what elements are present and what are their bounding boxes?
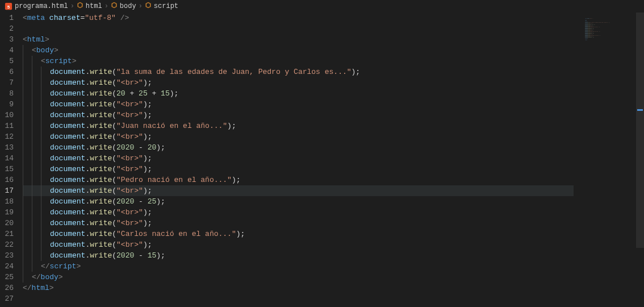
code-line[interactable]: document.write(2020 - 15); [23,250,644,261]
indent-guide [23,175,32,185]
code-line[interactable]: document.write("<br>"); [23,153,644,164]
code-line[interactable]: document.write("<br>"); [23,218,644,229]
code-line[interactable]: <meta charset="utf-8" /> [23,13,644,23]
indent-guide [23,142,32,153]
line-number: 12 [0,131,14,142]
token-bracket: > [58,272,63,283]
line-number: 2 [0,23,14,34]
breadcrumb-item-script[interactable]: script [145,2,178,11]
token-punc: ( [112,185,116,196]
code-line[interactable]: document.write("<br>"); [23,207,644,218]
token-tag: html [27,34,45,45]
token-punc: . [85,250,90,261]
token-func: write [90,185,112,196]
cube-icon [77,2,83,11]
indent-guide [23,164,32,175]
indent-guide [23,99,32,110]
code-line[interactable]: document.write("<br>"); [23,239,644,250]
line-number: 11 [0,121,14,131]
code-line[interactable] [23,293,644,304]
token-punc: + [148,88,161,99]
token-punc: ( [112,229,116,239]
breadcrumb-label: script [154,2,178,10]
token-punc: ); [170,88,179,99]
token-func: write [90,250,112,261]
code-line[interactable]: document.write("la suma de las edades de… [23,67,644,77]
line-number: 13 [0,142,14,153]
token-attr: charset [49,13,81,23]
token-var: document [50,67,85,77]
breadcrumb-item-html[interactable]: html [77,2,102,11]
indent-guide [41,207,50,218]
vertical-scrollbar[interactable] [636,13,644,307]
line-number: 26 [0,283,14,293]
line-number: 1 [0,13,14,23]
token-bracket: </ [32,272,41,283]
token-bracket: < [41,56,45,67]
token-punc: ( [112,153,116,164]
scrollbar-thumb[interactable] [636,13,644,248]
token-num: 2020 [116,250,134,261]
code-line[interactable]: <html> [23,34,644,45]
indent-guide [41,121,50,131]
code-line[interactable]: <script> [23,56,644,67]
token-var: document [50,196,85,207]
code-line[interactable] [23,23,644,34]
code-line[interactable]: </html> [23,283,644,293]
token-var: document [50,99,85,110]
line-number: 19 [0,207,14,218]
code-line[interactable]: document.write("<br>"); [23,110,644,121]
token-punc: . [85,153,90,164]
line-number: 17 [0,185,14,196]
line-number: 25 [0,272,14,283]
indent-guide [23,229,32,239]
code-line[interactable]: document.write("<br>"); [23,131,644,142]
indent-guide [32,110,41,121]
line-number-gutter: 1234567891011121314151617181920212223242… [0,13,23,307]
token-punc: ( [112,250,116,261]
token-string: "Pedro nació en el año..." [116,175,232,185]
token-punc: ( [112,175,116,185]
code-line[interactable]: </body> [23,272,644,283]
token-punc: ); [143,164,152,175]
minimap[interactable]: <meta charset="utf-8" /><html><body><scr… [574,13,636,307]
line-number: 10 [0,110,14,121]
code-line[interactable]: </script> [23,261,644,272]
code-line[interactable]: document.write(20 + 25 + 15); [23,88,644,99]
breadcrumb-item-body[interactable]: body [111,2,136,11]
indent-guide [41,185,50,196]
line-number: 4 [0,45,14,56]
code-line[interactable]: document.write("Pedro nació en el año...… [23,175,644,185]
token-string: "<br>" [116,218,143,229]
line-number: 3 [0,34,14,45]
token-punc: ( [112,196,116,207]
code-line[interactable]: document.write("<br>"); [23,99,644,110]
breadcrumb-file[interactable]: programa.html [15,2,68,10]
code-line[interactable]: document.write("<br>"); [23,164,644,175]
code-line[interactable]: <body> [23,45,644,56]
code-line[interactable]: document.write("<br>"); [23,77,644,88]
indent-guide [32,121,41,131]
indent-guide [41,110,50,121]
indent-guide [23,121,32,131]
token-func: write [90,99,112,110]
code-line[interactable]: document.write("Juan nació en el año..."… [23,121,644,131]
token-punc: ); [227,121,236,131]
code-line[interactable]: document.write(2020 - 25); [23,196,644,207]
token-num: 20 [116,88,126,99]
code-editor[interactable]: 1234567891011121314151617181920212223242… [0,13,644,307]
indent-guide [23,272,32,283]
code-line[interactable]: document.write(2020 - 20); [23,142,644,153]
line-number: 7 [0,77,14,88]
token-punc: . [85,185,90,196]
token-func: write [90,207,112,218]
code-area[interactable]: <meta charset="utf-8" /><html><body><scr… [23,13,644,307]
token-tag: body [41,272,58,283]
code-line[interactable]: document.write("<br>"); [23,185,644,196]
indent-guide [32,142,41,153]
token-punc: ( [112,131,116,142]
token-func: write [90,175,112,185]
token-func: write [90,153,112,164]
code-line[interactable]: document.write("Carlos nació en el año..… [23,229,644,239]
token-func: write [90,131,112,142]
